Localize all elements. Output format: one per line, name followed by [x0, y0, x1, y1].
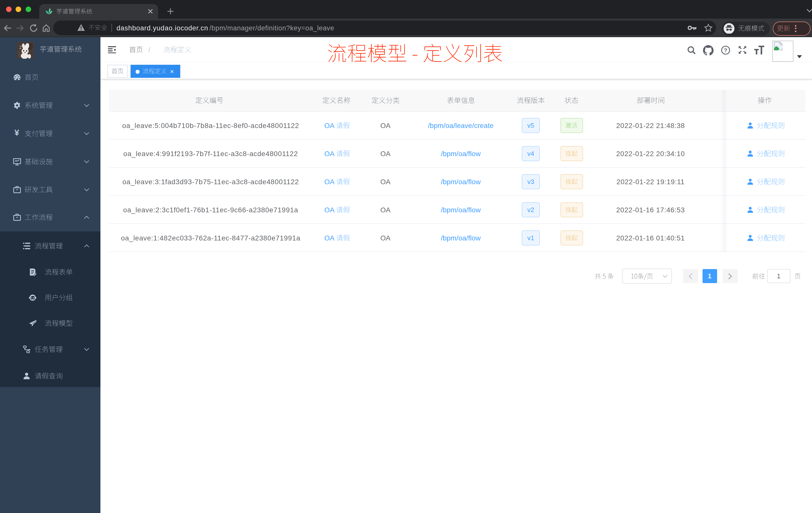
svg-text:?: ? — [724, 47, 727, 54]
